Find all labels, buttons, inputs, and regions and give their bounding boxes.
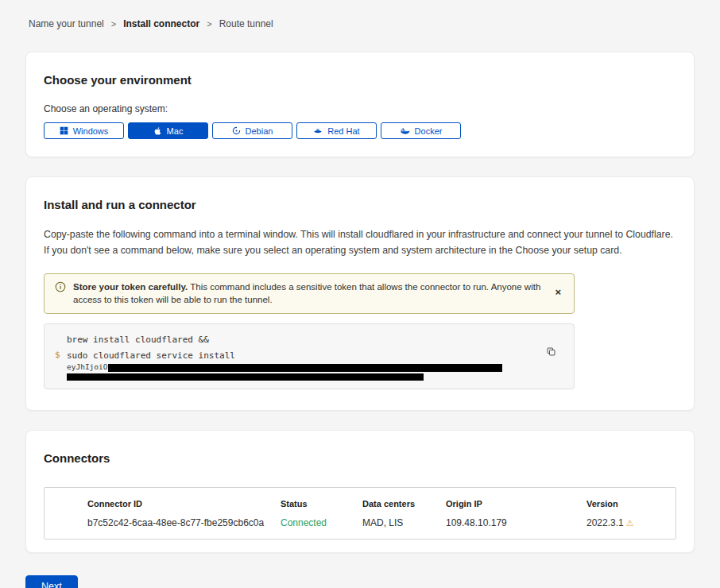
os-button-mac[interactable]: Mac — [128, 122, 208, 139]
install-description: Copy-paste the following command into a … — [44, 226, 676, 258]
redhat-icon — [313, 126, 323, 135]
connectors-card: Connectors Connector ID Status Data cent… — [25, 430, 695, 553]
environment-card: Choose your environment Choose an operat… — [25, 52, 695, 157]
os-button-label: Docker — [415, 126, 443, 136]
token-warning-banner: Store your token carefully. This command… — [44, 273, 575, 314]
cell-data-centers: MAD, LIS — [362, 517, 446, 528]
apple-icon — [153, 126, 162, 136]
docker-whale-icon — [400, 126, 410, 135]
token-warning-text: Store your token carefully. This command… — [73, 280, 544, 306]
os-button-group: Windows Mac Debian Red Hat — [44, 122, 676, 139]
redacted-token-bar — [67, 373, 424, 381]
breadcrumb-separator: > — [111, 19, 116, 29]
column-header-connector-id: Connector ID — [87, 499, 281, 509]
os-button-label: Debian — [246, 126, 273, 136]
copy-icon[interactable] — [546, 346, 556, 359]
cell-origin-ip: 109.48.10.179 — [446, 517, 586, 528]
terminal-prompt: $ — [55, 350, 60, 360]
token-warning-bold: Store your token carefully. — [73, 282, 188, 292]
cell-connector-id: b7c52c42-6caa-48ee-8c77-fbe259cb6c0a — [87, 517, 281, 528]
breadcrumb-step-install-connector[interactable]: Install connector — [123, 18, 199, 29]
connectors-card-title: Connectors — [44, 451, 676, 465]
breadcrumb-separator: > — [207, 19, 211, 29]
connectors-table: Connector ID Status Data centers Origin … — [44, 487, 676, 540]
command-line-1: brew install cloudflared && — [67, 334, 542, 346]
os-button-redhat[interactable]: Red Hat — [296, 122, 377, 139]
status-badge: Connected — [281, 517, 362, 528]
redacted-token-bar — [108, 364, 502, 372]
os-button-label: Mac — [167, 126, 184, 136]
os-button-debian[interactable]: Debian — [212, 122, 292, 139]
column-header-status: Status — [281, 499, 362, 509]
version-value: 2022.3.1 — [586, 517, 624, 528]
install-card-title: Install and run a connector — [44, 198, 676, 211]
column-header-data-centers: Data centers — [362, 499, 446, 509]
os-button-label: Windows — [73, 126, 109, 136]
breadcrumb-step-name-your-tunnel[interactable]: Name your tunnel — [29, 18, 104, 29]
token-line: eyJhIjoiO — [67, 362, 542, 372]
os-button-label: Red Hat — [327, 126, 359, 136]
token-prefix: eyJhIjoiO — [67, 362, 107, 371]
os-button-docker[interactable]: Docker — [381, 122, 461, 139]
table-row: b7c52c42-6caa-48ee-8c77-fbe259cb6c0a Con… — [45, 513, 675, 539]
environment-card-title: Choose your environment — [44, 73, 676, 87]
debian-icon — [232, 126, 241, 135]
next-button[interactable]: Next — [25, 575, 78, 588]
info-icon — [55, 281, 66, 296]
version-warning-icon: ⚠ — [626, 518, 634, 528]
column-header-origin-ip: Origin IP — [446, 499, 586, 509]
page: Name your tunnel > Install connector > R… — [0, 0, 720, 588]
command-line-2: sudo cloudflared service install — [67, 350, 542, 362]
os-button-windows[interactable]: Windows — [44, 122, 124, 139]
windows-icon — [60, 126, 68, 135]
cell-version: 2022.3.1⚠ — [586, 517, 666, 528]
breadcrumb: Name your tunnel > Install connector > R… — [0, 0, 720, 29]
install-connector-card: Install and run a connector Copy-paste t… — [25, 176, 695, 411]
connectors-table-header: Connector ID Status Data centers Origin … — [45, 488, 675, 513]
breadcrumb-step-route-tunnel[interactable]: Route tunnel — [219, 18, 273, 29]
os-select-label: Choose an operating system: — [44, 103, 676, 114]
column-header-version: Version — [586, 499, 666, 509]
install-command-code-block: $ brew install cloudflared && sudo cloud… — [44, 323, 575, 389]
close-icon[interactable]: × — [552, 285, 564, 300]
